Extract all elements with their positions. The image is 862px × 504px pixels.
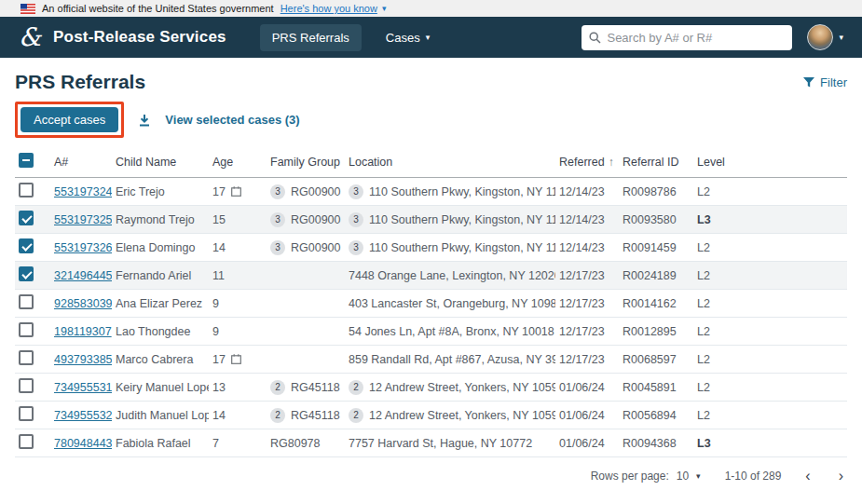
column-header-referred[interactable]: Referred↑ — [555, 147, 619, 178]
a-number-link[interactable]: 553197324 — [54, 185, 112, 198]
search-input[interactable] — [607, 31, 785, 45]
location-value: 110 Southern Pkwy, Kingston, NY 11232 — [369, 213, 555, 226]
row-checkbox[interactable] — [19, 434, 34, 449]
main-content: PRS Referrals Filter Accept cases View s… — [0, 71, 862, 484]
a-number-link[interactable]: 321496445 — [54, 269, 112, 282]
level-cell: L3 — [693, 206, 847, 234]
row-checkbox[interactable] — [19, 350, 34, 365]
level-cell: L2 — [693, 318, 847, 346]
location-value: 859 Randall Rd, Apt #867, Azusa, NY 3953… — [349, 353, 555, 366]
a-number-link[interactable]: 553197325 — [54, 213, 112, 226]
location-value: 12 Andrew Street, Yonkers, NY 10599 — [369, 381, 555, 394]
family-group-count-badge: 2 — [270, 408, 285, 423]
referral-id-cell: R0014162 — [619, 290, 693, 318]
filter-label: Filter — [820, 75, 847, 89]
family-group-value: RG00900 — [291, 241, 341, 254]
gov-banner-link[interactable]: Here's how you know — [280, 3, 377, 14]
top-bar: & Post-Release Services PRS Referrals Ca… — [0, 17, 862, 58]
location-count-badge: 2 — [349, 380, 363, 395]
family-group-value: RG80978 — [270, 437, 321, 450]
family-group-value: RG45118 — [291, 409, 340, 422]
referral-id-cell: R0068597 — [619, 346, 693, 374]
table-row[interactable]: 780948443 Fabiola Rafael 7 RG80978 7757 … — [15, 429, 847, 457]
row-checkbox[interactable] — [19, 378, 34, 393]
row-checkbox[interactable] — [19, 183, 34, 198]
referrals-table: A# Child Name Age Family Group Location … — [15, 147, 847, 457]
column-header-a-number[interactable]: A# — [50, 147, 112, 178]
gov-banner-chevron-icon[interactable]: ▾ — [382, 4, 387, 13]
table-row[interactable]: 321496445 Fernando Ariel 11 7448 Orange … — [15, 262, 847, 290]
referral-id-cell: R0056894 — [619, 402, 693, 429]
table-row[interactable]: 734955531 Keiry Manuel Lopez 13 2 RG4511… — [15, 374, 847, 402]
avatar[interactable] — [807, 24, 833, 50]
select-all-checkbox[interactable] — [19, 153, 34, 168]
column-header-location[interactable]: Location — [345, 147, 555, 178]
accept-cases-button[interactable]: Accept cases — [21, 107, 118, 132]
column-header-family-group[interactable]: Family Group — [267, 147, 345, 178]
next-page-button[interactable]: › — [839, 469, 843, 484]
download-button[interactable] — [138, 114, 151, 127]
table-row[interactable]: 553197325 Raymond Trejo 15 3 RG00900 3 1… — [15, 206, 847, 234]
a-number-link[interactable]: 553197326 — [54, 241, 112, 254]
referral-id-cell: R0094368 — [619, 429, 693, 457]
table-row[interactable]: 928583039 Ana Elizar Perez 9 403 Lancast… — [15, 290, 847, 318]
age-value: 17 — [212, 353, 226, 366]
app-logo-icon: & — [19, 24, 41, 49]
row-checkbox[interactable] — [19, 211, 34, 225]
family-group-count-badge: 3 — [270, 184, 285, 199]
child-name-cell: Fernando Ariel — [112, 262, 209, 290]
row-checkbox[interactable] — [19, 266, 34, 281]
table-row[interactable]: 553197326 Elena Domingo 14 3 RG00900 3 1… — [15, 234, 847, 262]
view-selected-cases-link[interactable]: View selected cases (3) — [165, 113, 299, 127]
previous-page-button[interactable]: ‹ — [805, 469, 810, 484]
row-checkbox[interactable] — [19, 322, 34, 337]
app-title: Post-Release Services — [53, 28, 226, 47]
row-checkbox[interactable] — [19, 294, 34, 309]
column-header-level[interactable]: Level — [693, 147, 847, 178]
row-checkbox[interactable] — [19, 238, 34, 253]
us-flag-icon — [21, 4, 35, 14]
filter-button[interactable]: Filter — [803, 75, 847, 89]
location-count-badge: 3 — [349, 184, 363, 199]
level-cell: L2 — [693, 402, 847, 429]
level-cell: L2 — [693, 290, 847, 318]
nav-menu-cases[interactable]: Cases ▾ — [386, 31, 430, 45]
family-group-count-badge: 3 — [270, 212, 285, 227]
a-number-link[interactable]: 493793385 — [54, 353, 112, 366]
location-value: 7448 Orange Lane, Lexington, NY 12020 — [349, 269, 555, 282]
level-cell: L2 — [693, 374, 847, 402]
nav-tab-prs-referrals[interactable]: PRS Referrals — [260, 24, 362, 51]
referred-cell: 12/14/23 — [555, 234, 619, 262]
table-row[interactable]: 553197324 Eric Trejo 17 3 RG00900 3 110 … — [15, 178, 847, 206]
rows-per-page-select[interactable]: Rows per page: 10 ▾ — [591, 470, 701, 483]
a-number-link[interactable]: 928583039 — [54, 297, 112, 310]
pagination-range: 1-10 of 289 — [725, 470, 782, 483]
table-row[interactable]: 493793385 Marco Cabrera 17 859 Randall R… — [15, 346, 847, 374]
column-header-referral-id[interactable]: Referral ID — [619, 147, 693, 178]
a-number-link[interactable]: 780948443 — [54, 437, 112, 450]
table-row[interactable]: 734955532 Judith Manuel Lopez 14 2 RG451… — [15, 402, 847, 429]
table-row[interactable]: 198119307 Lao Thongdee 9 54 Jones Ln, Ap… — [15, 318, 847, 346]
a-number-link[interactable]: 198119307 — [54, 325, 112, 338]
level-cell: L2 — [693, 234, 847, 262]
location-count-badge: 2 — [349, 408, 363, 423]
search-box[interactable] — [582, 25, 792, 50]
column-header-child-name[interactable]: Child Name — [112, 147, 209, 178]
child-name-cell: Elena Domingo — [112, 234, 209, 262]
level-cell: L2 — [693, 346, 847, 374]
rows-per-page-value: 10 — [677, 470, 689, 483]
referred-cell: 12/14/23 — [555, 206, 619, 234]
location-value: 7757 Harvard St, Hague, NY 10772 — [349, 437, 532, 450]
location-count-badge: 3 — [349, 212, 363, 227]
a-number-link[interactable]: 734955531 — [54, 381, 112, 394]
family-group-value: RG00900 — [291, 213, 341, 226]
a-number-link[interactable]: 734955532 — [54, 409, 112, 422]
column-header-age[interactable]: Age — [209, 147, 267, 178]
location-value: 110 Southern Pkwy, Kingston, NY 11232 — [369, 185, 555, 198]
user-menu[interactable]: ▾ — [807, 24, 843, 50]
age-value: 14 — [212, 409, 226, 422]
location-value: 110 Southern Pkwy, Kingston, NY 11232 — [369, 241, 555, 254]
referral-id-cell: R0024189 — [619, 262, 693, 290]
row-checkbox[interactable] — [19, 406, 34, 421]
rows-per-page-chevron-icon: ▾ — [696, 472, 701, 481]
